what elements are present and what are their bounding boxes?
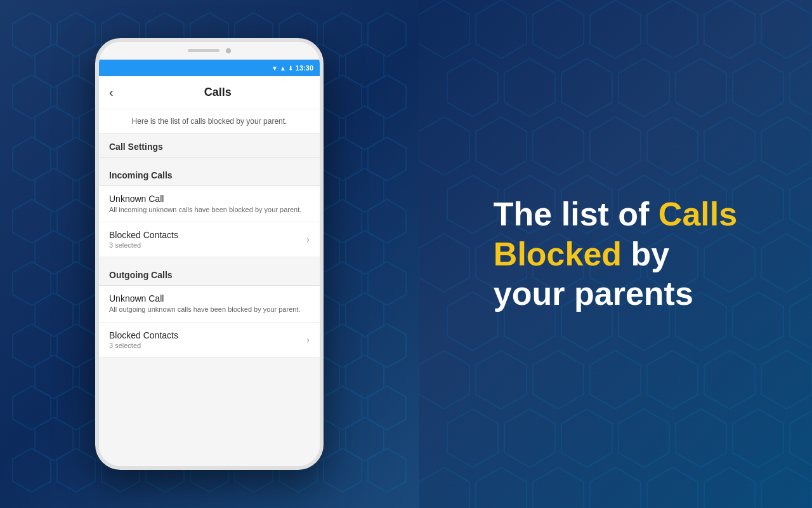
tagline-calls-highlight: Calls — [658, 196, 737, 232]
tagline-part1: The list of — [494, 196, 658, 232]
screen-subtitle: Here is the list of calls blocked by you… — [99, 109, 320, 134]
left-panel: ▼ ▲ ⬇ 13:30 ‹ Calls Here is the list of … — [0, 0, 419, 508]
outgoing-blocked-contacts-item[interactable]: Blocked Contacts 3 selected › — [99, 323, 320, 358]
incoming-blocked-contacts-title: Blocked Contacts — [109, 230, 306, 240]
phone-camera — [226, 48, 231, 53]
outgoing-unknown-call-title: Unknown Call — [109, 293, 310, 304]
tagline-blocked-highlight: Blocked — [494, 236, 622, 272]
phone-physical-top — [99, 42, 320, 60]
tagline: The list of Calls Blocked by your parent… — [494, 194, 737, 313]
outgoing-blocked-chevron-icon: › — [306, 335, 310, 345]
incoming-unknown-call-desc: All incoming unknown calls have been blo… — [109, 205, 310, 214]
svg-marker-0 — [0, 0, 38, 44]
incoming-calls-header: Incoming Calls — [99, 163, 320, 186]
app-title: Calls — [126, 86, 310, 99]
incoming-unknown-call-title: Unknown Call — [109, 194, 310, 204]
signal-icon: ▲ — [280, 65, 286, 72]
svg-marker-1 — [419, 0, 469, 58]
phone-mockup: ▼ ▲ ⬇ 13:30 ‹ Calls Here is the list of … — [95, 38, 324, 470]
outgoing-unknown-call-item[interactable]: Unknown Call All outgoing unknown calls … — [99, 286, 320, 322]
right-panel: The list of Calls Blocked by your parent… — [419, 0, 812, 508]
battery-icon: ⬇ — [288, 65, 293, 72]
incoming-blocked-contacts-content: Blocked Contacts 3 selected — [109, 230, 306, 249]
wifi-icon: ▼ — [272, 65, 278, 72]
call-settings-header: Call Settings — [99, 134, 320, 157]
divider-1 — [99, 157, 320, 163]
status-time: 13:30 — [296, 64, 313, 72]
incoming-blocked-contacts-subtitle: 3 selected — [109, 241, 306, 249]
outgoing-blocked-contacts-content: Blocked Contacts 3 selected — [109, 330, 306, 349]
incoming-unknown-call-content: Unknown Call All incoming unknown calls … — [109, 194, 310, 214]
outgoing-unknown-call-content: Unknown Call All outgoing unknown calls … — [109, 293, 310, 314]
outgoing-unknown-call-desc: All outgoing unknown calls have been blo… — [109, 305, 310, 314]
tagline-your-parents: your parents — [494, 275, 693, 312]
phone-speaker — [188, 49, 219, 52]
divider-2 — [99, 257, 320, 262]
outgoing-blocked-contacts-title: Blocked Contacts — [109, 330, 306, 340]
outgoing-calls-header: Outgoing Calls — [99, 262, 320, 286]
incoming-unknown-call-item[interactable]: Unknown Call All incoming unknown calls … — [99, 186, 320, 222]
incoming-blocked-contacts-item[interactable]: Blocked Contacts 3 selected › — [99, 222, 320, 257]
back-button[interactable]: ‹ — [109, 85, 114, 100]
status-bar: ▼ ▲ ⬇ 13:30 — [99, 60, 320, 76]
screen-content: Here is the list of calls blocked by you… — [99, 109, 320, 466]
status-icons: ▼ ▲ ⬇ — [272, 65, 293, 72]
incoming-blocked-chevron-icon: › — [306, 234, 310, 244]
app-bar: ‹ Calls — [99, 76, 320, 109]
outgoing-blocked-contacts-subtitle: 3 selected — [109, 342, 306, 349]
tagline-by: by — [622, 236, 669, 272]
